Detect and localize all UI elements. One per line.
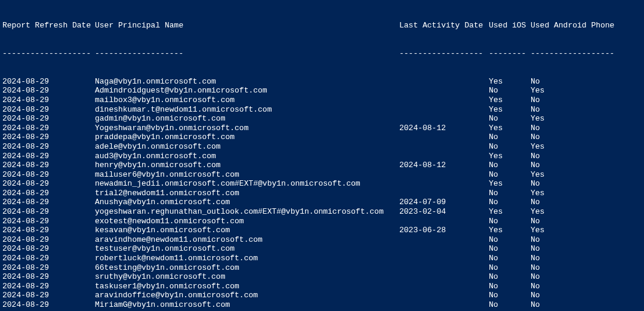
cell-upn: henry@vby1n.onmicrosoft.com bbox=[95, 161, 399, 170]
cell-upn: trial2@newdom11.onmicrosoft.com bbox=[95, 189, 399, 198]
cell-refresh-date: 2024-08-29 bbox=[2, 105, 95, 115]
cell-upn: taskuser1@vby1n.onmicrosoft.com bbox=[95, 282, 399, 291]
table-row: 2024-08-29Naga@vby1n.onmicrosoft.comYesN… bbox=[2, 77, 642, 87]
cell-used-android: No bbox=[531, 282, 620, 291]
cell-used-android: No bbox=[531, 105, 620, 115]
cell-used-android: No bbox=[531, 217, 620, 226]
table-body: 2024-08-29Naga@vby1n.onmicrosoft.comYesN… bbox=[2, 77, 642, 311]
cell-upn: Admindroidguest@vby1n.onmicrosoft.com bbox=[95, 86, 399, 96]
table-row: 2024-08-29aud3@vby1n.onmicrosoft.comYesN… bbox=[2, 152, 642, 161]
cell-upn: yogeshwaran.reghunathan_outlook.com#EXT#… bbox=[95, 207, 399, 217]
cell-used-android: No bbox=[531, 96, 620, 105]
cell-used-android: Yes bbox=[531, 170, 620, 180]
separator-used-android: ------------------ bbox=[531, 49, 620, 58]
cell-used-ios: No bbox=[489, 114, 531, 124]
header-used-android: Used Android Phone bbox=[531, 21, 620, 30]
table-row: 2024-08-29newadmin_jedii.onmicrosoft.com… bbox=[2, 179, 642, 189]
cell-used-android: Yes bbox=[531, 226, 620, 235]
cell-last-activity bbox=[399, 77, 489, 87]
cell-upn: adele@vby1n.onmicrosoft.com bbox=[95, 142, 399, 152]
table-row: 2024-08-29gadmin@vby1n.onmicrosoft.comNo… bbox=[2, 114, 642, 124]
separator-refresh-date: ------------------- bbox=[2, 49, 95, 58]
cell-upn: aud3@vby1n.onmicrosoft.com bbox=[95, 152, 399, 161]
header-last-activity: Last Activity Date bbox=[399, 21, 489, 30]
cell-refresh-date: 2024-08-29 bbox=[2, 244, 95, 254]
cell-upn: gadmin@vby1n.onmicrosoft.com bbox=[95, 114, 399, 124]
table-header-row: Report Refresh Date User Principal Name … bbox=[2, 21, 642, 30]
cell-last-activity bbox=[399, 282, 489, 291]
cell-last-activity bbox=[399, 170, 489, 180]
cell-used-android: No bbox=[531, 77, 620, 87]
cell-used-android: No bbox=[531, 291, 620, 300]
cell-refresh-date: 2024-08-29 bbox=[2, 142, 95, 152]
separator-used-ios: -------- bbox=[489, 49, 531, 58]
cell-used-android: Yes bbox=[531, 86, 620, 96]
cell-used-android: No bbox=[531, 263, 620, 273]
cell-refresh-date: 2024-08-29 bbox=[2, 124, 95, 133]
cell-last-activity bbox=[399, 142, 489, 152]
table-row: 2024-08-29trial2@newdom11.onmicrosoft.co… bbox=[2, 189, 642, 198]
table-row: 2024-08-29mailbox3@vby1n.onmicrosoft.com… bbox=[2, 96, 642, 105]
cell-last-activity: 2023-06-28 bbox=[399, 226, 489, 235]
cell-upn: Anushya@vby1n.onmicrosoft.com bbox=[95, 198, 399, 207]
cell-refresh-date: 2024-08-29 bbox=[2, 300, 95, 310]
table-row: 2024-08-29henry@vby1n.onmicrosoft.com202… bbox=[2, 161, 642, 170]
cell-last-activity bbox=[399, 235, 489, 245]
cell-used-ios: No bbox=[489, 282, 531, 291]
cell-used-ios: No bbox=[489, 198, 531, 207]
table-row: 2024-08-29yogeshwaran.reghunathan_outloo… bbox=[2, 207, 642, 217]
cell-used-android: No bbox=[531, 235, 620, 245]
cell-upn: kesavan@vby1n.onmicrosoft.com bbox=[95, 226, 399, 235]
cell-refresh-date: 2024-08-29 bbox=[2, 282, 95, 291]
cell-upn: sruthy@vby1n.onmicrosoft.com bbox=[95, 272, 399, 282]
cell-used-android: No bbox=[531, 300, 620, 310]
cell-used-ios: Yes bbox=[489, 152, 531, 161]
cell-refresh-date: 2024-08-29 bbox=[2, 226, 95, 235]
cell-last-activity bbox=[399, 217, 489, 226]
table-row: 2024-08-29taskuser1@vby1n.onmicrosoft.co… bbox=[2, 282, 642, 291]
table-row: 2024-08-29sruthy@vby1n.onmicrosoft.comNo… bbox=[2, 272, 642, 282]
cell-used-ios: No bbox=[489, 300, 531, 310]
table-row: 2024-08-29aravindoffice@vby1n.onmicrosof… bbox=[2, 291, 642, 300]
cell-refresh-date: 2024-08-29 bbox=[2, 170, 95, 180]
cell-used-ios: No bbox=[489, 244, 531, 254]
cell-used-android: No bbox=[531, 254, 620, 263]
cell-used-ios: No bbox=[489, 291, 531, 300]
header-used-ios: Used iOS bbox=[489, 21, 531, 30]
cell-used-android: No bbox=[531, 161, 620, 170]
table-row: 2024-08-29mailuser6@vby1n.onmicrosoft.co… bbox=[2, 170, 642, 180]
table-separator-row: ------------------- ------------------- … bbox=[2, 49, 642, 58]
cell-used-android: No bbox=[531, 152, 620, 161]
cell-used-ios: No bbox=[489, 161, 531, 170]
cell-upn: mailuser6@vby1n.onmicrosoft.com bbox=[95, 170, 399, 180]
cell-upn: mailbox3@vby1n.onmicrosoft.com bbox=[95, 96, 399, 105]
cell-refresh-date: 2024-08-29 bbox=[2, 235, 95, 245]
cell-used-android: No bbox=[531, 272, 620, 282]
cell-used-ios: No bbox=[489, 133, 531, 142]
cell-used-android: Yes bbox=[531, 189, 620, 198]
cell-used-ios: Yes bbox=[489, 226, 531, 235]
cell-refresh-date: 2024-08-29 bbox=[2, 96, 95, 105]
cell-last-activity bbox=[399, 254, 489, 263]
cell-used-ios: No bbox=[489, 189, 531, 198]
cell-refresh-date: 2024-08-29 bbox=[2, 152, 95, 161]
cell-upn: testuser@vby1n.onmicrosoft.com bbox=[95, 244, 399, 254]
separator-last-activity: ------------------ bbox=[399, 49, 489, 58]
cell-last-activity bbox=[399, 114, 489, 124]
table-row: 2024-08-29adele@vby1n.onmicrosoft.comNoY… bbox=[2, 142, 642, 152]
cell-last-activity bbox=[399, 291, 489, 300]
table-row: 2024-08-29praddepa@vby1n.onmicrosoft.com… bbox=[2, 133, 642, 142]
cell-used-android: No bbox=[531, 179, 620, 189]
table-row: 2024-08-29aravindhome@newdom11.onmicroso… bbox=[2, 235, 642, 245]
table-row: 2024-08-29robertluck@newdom11.onmicrosof… bbox=[2, 254, 642, 263]
cell-upn: robertluck@newdom11.onmicrosoft.com bbox=[95, 254, 399, 263]
cell-refresh-date: 2024-08-29 bbox=[2, 77, 95, 87]
table-row: 2024-08-29kesavan@vby1n.onmicrosoft.com2… bbox=[2, 226, 642, 235]
cell-refresh-date: 2024-08-29 bbox=[2, 133, 95, 142]
table-row: 2024-08-2966testing@vby1n.onmicrosoft.co… bbox=[2, 263, 642, 273]
cell-used-android: No bbox=[531, 198, 620, 207]
cell-refresh-date: 2024-08-29 bbox=[2, 272, 95, 282]
table-row: 2024-08-29Yogeshwaran@vby1n.onmicrosoft.… bbox=[2, 124, 642, 133]
cell-last-activity bbox=[399, 189, 489, 198]
table-row: 2024-08-29exotest@newdom11.onmicrosoft.c… bbox=[2, 217, 642, 226]
